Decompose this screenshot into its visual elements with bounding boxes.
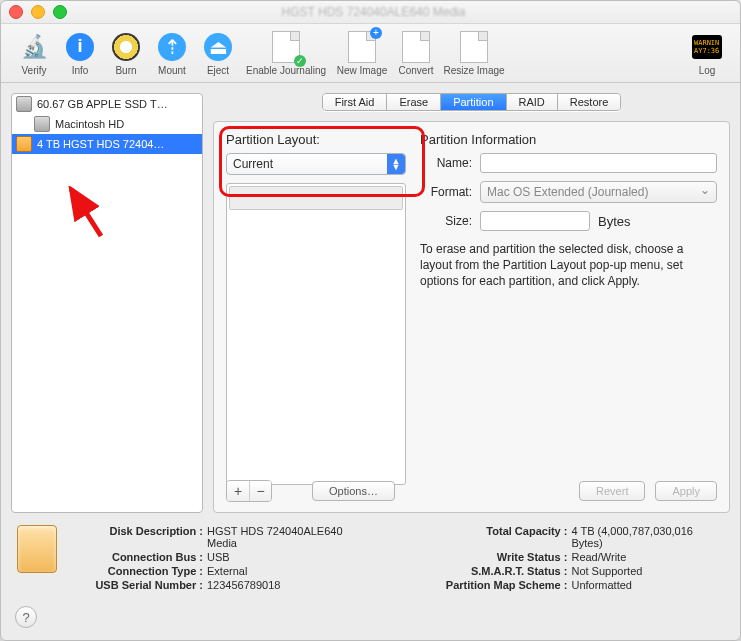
verify-button[interactable]: 🔬 Verify [11, 31, 57, 76]
partition-layout-select[interactable]: Current ▲▼ [226, 153, 406, 175]
disk-description-value: HGST HDS 724040ALE640 Media [207, 525, 373, 549]
disk-utility-window: HGST HDS 724040ALE640 Media 🔬 Verify i I… [0, 0, 741, 641]
usb-serial-key: USB Serial Number : [73, 579, 203, 591]
log-icon: WARNIN AY7:36 [691, 31, 723, 63]
convert-icon [400, 31, 432, 63]
tab-restore[interactable]: Restore [558, 94, 621, 110]
partition-map-canvas[interactable] [226, 183, 406, 485]
connection-type-value: External [207, 565, 373, 577]
tab-bar: First Aid Erase Partition RAID Restore [213, 93, 730, 111]
chevron-updown-icon: ▲▼ [387, 154, 405, 174]
format-label: Format: [420, 185, 472, 199]
size-unit: Bytes [598, 214, 631, 229]
partition-description: To erase and partition the selected disk… [420, 241, 717, 289]
zoom-button[interactable] [53, 5, 67, 19]
sidebar-item-macintosh-hd[interactable]: Macintosh HD [12, 114, 202, 134]
resize-image-label: Resize Image [443, 65, 504, 76]
sidebar-item-internal-ssd[interactable]: 60.67 GB APPLE SSD T… [12, 94, 202, 114]
add-partition-button[interactable]: + [227, 481, 249, 501]
info-button[interactable]: i Info [57, 31, 103, 76]
connection-type-key: Connection Type : [73, 565, 203, 577]
sidebar-item-label: 60.67 GB APPLE SSD T… [37, 98, 168, 110]
format-value: Mac OS Extended (Journaled) [487, 185, 648, 199]
write-status-value: Read/Write [571, 551, 724, 563]
mount-icon: ⇡ [156, 31, 188, 63]
external-disk-icon [16, 136, 32, 152]
apply-button[interactable]: Apply [655, 481, 717, 501]
enable-journaling-button[interactable]: ✓ Enable Journaling [241, 31, 331, 76]
info-icon: i [64, 31, 96, 63]
titlebar: HGST HDS 724040ALE640 Media [1, 1, 740, 24]
partition-map-scheme-key: Partition Map Scheme : [412, 579, 567, 591]
burn-label: Burn [115, 65, 136, 76]
sidebar-item-external-hgst[interactable]: 4 TB HGST HDS 72404… [12, 134, 202, 154]
mount-label: Mount [158, 65, 186, 76]
smart-status-value: Not Supported [571, 565, 724, 577]
eject-icon: ⏏ [202, 31, 234, 63]
disk-sidebar[interactable]: 60.67 GB APPLE SSD T… Macintosh HD 4 TB … [11, 93, 203, 513]
hard-disk-icon [16, 96, 32, 112]
burn-icon [110, 31, 142, 63]
name-field[interactable] [480, 153, 717, 173]
partition-layout-label: Partition Layout: [226, 132, 406, 147]
convert-button[interactable]: Convert [393, 31, 439, 76]
burn-button[interactable]: Burn [103, 31, 149, 76]
window-controls [9, 5, 67, 19]
connection-bus-value: USB [207, 551, 373, 563]
partition-slice[interactable] [229, 186, 403, 210]
log-button[interactable]: WARNIN AY7:36 Log [684, 31, 730, 76]
total-capacity-value: 4 TB (4,000,787,030,016 Bytes) [571, 525, 724, 549]
revert-button[interactable]: Revert [579, 481, 645, 501]
toolbar: 🔬 Verify i Info Burn ⇡ Mount ⏏ Eject ✓ E… [1, 24, 740, 83]
partition-map-scheme-value: Unformatted [571, 579, 724, 591]
convert-label: Convert [398, 65, 433, 76]
remove-partition-button[interactable]: − [249, 481, 271, 501]
enable-journaling-label: Enable Journaling [246, 65, 326, 76]
name-label: Name: [420, 156, 472, 170]
usb-serial-value: 123456789018 [207, 579, 373, 591]
write-status-key: Write Status : [412, 551, 567, 563]
disk-large-icon [17, 525, 57, 573]
disk-description-key: Disk Description : [73, 525, 203, 549]
smart-status-key: S.M.A.R.T. Status : [412, 565, 567, 577]
new-image-icon: + [346, 31, 378, 63]
format-select[interactable]: Mac OS Extended (Journaled) [480, 181, 717, 203]
total-capacity-key: Total Capacity : [412, 525, 567, 549]
size-field[interactable] [480, 211, 590, 231]
options-button[interactable]: Options… [312, 481, 395, 501]
resize-image-icon [458, 31, 490, 63]
tab-erase[interactable]: Erase [387, 94, 441, 110]
tab-raid[interactable]: RAID [507, 94, 558, 110]
info-label: Info [72, 65, 89, 76]
size-label: Size: [420, 214, 472, 228]
resize-image-button[interactable]: Resize Image [439, 31, 509, 76]
tab-partition[interactable]: Partition [441, 94, 506, 110]
eject-button[interactable]: ⏏ Eject [195, 31, 241, 76]
verify-label: Verify [21, 65, 46, 76]
partition-layout-value: Current [227, 157, 387, 171]
partition-add-remove: + − [226, 480, 272, 502]
mount-button[interactable]: ⇡ Mount [149, 31, 195, 76]
new-image-button[interactable]: + New Image [331, 31, 393, 76]
connection-bus-key: Connection Bus : [73, 551, 203, 563]
sidebar-item-label: 4 TB HGST HDS 72404… [37, 138, 164, 150]
partition-panel: Partition Layout: Current ▲▼ Partition I… [213, 121, 730, 513]
help-button[interactable]: ? [15, 606, 37, 628]
journaling-icon: ✓ [270, 31, 302, 63]
microscope-icon: 🔬 [18, 31, 50, 63]
disk-details-footer: Disk Description :HGST HDS 724040ALE640 … [1, 513, 740, 591]
sidebar-item-label: Macintosh HD [55, 118, 124, 130]
partition-info-label: Partition Information [420, 132, 717, 147]
hard-disk-icon [34, 116, 50, 132]
minimize-button[interactable] [31, 5, 45, 19]
log-label: Log [699, 65, 716, 76]
new-image-label: New Image [337, 65, 388, 76]
tab-first-aid[interactable]: First Aid [323, 94, 388, 110]
eject-label: Eject [207, 65, 229, 76]
window-title: HGST HDS 724040ALE640 Media [67, 5, 680, 19]
close-button[interactable] [9, 5, 23, 19]
